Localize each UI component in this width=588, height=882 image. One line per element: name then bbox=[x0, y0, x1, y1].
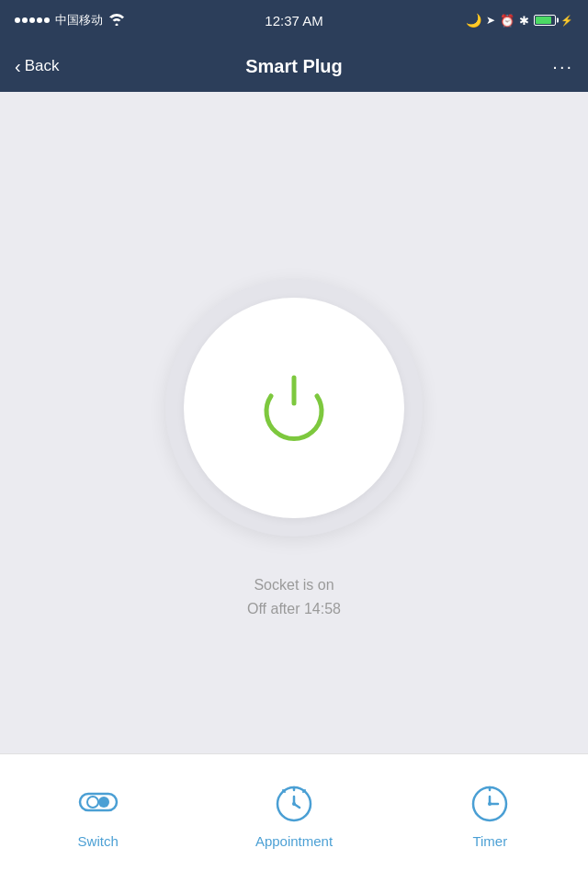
page-title: Smart Plug bbox=[245, 56, 343, 77]
power-button[interactable] bbox=[184, 298, 404, 518]
timer-icon bbox=[466, 778, 514, 826]
wifi-icon bbox=[108, 13, 125, 28]
timer-label: Timer bbox=[472, 833, 507, 849]
bottom-nav: Switch Appointment bbox=[0, 753, 588, 882]
nav-item-appointment[interactable]: Appointment bbox=[196, 778, 391, 849]
svg-point-15 bbox=[488, 802, 492, 806]
status-bar-right: 🌙 ➤ ⏰ ✱ ⚡ bbox=[466, 13, 573, 28]
nav-item-timer[interactable]: Timer bbox=[392, 778, 588, 849]
status-bar: 中国移动 12:37 AM 🌙 ➤ ⏰ ✱ ⚡ bbox=[0, 0, 588, 40]
appointment-icon bbox=[270, 778, 318, 826]
moon-icon: 🌙 bbox=[466, 13, 481, 28]
svg-point-3 bbox=[98, 797, 109, 808]
status-bar-left: 中国移动 bbox=[15, 12, 125, 28]
socket-status-line2: Off after 14:58 bbox=[247, 597, 341, 621]
main-content: Socket is on Off after 14:58 Switch bbox=[0, 92, 588, 882]
svg-line-6 bbox=[283, 790, 285, 792]
switch-icon bbox=[74, 778, 122, 826]
socket-status-line1: Socket is on bbox=[247, 573, 341, 597]
svg-point-2 bbox=[87, 797, 98, 808]
alarm-icon: ⏰ bbox=[500, 14, 514, 28]
status-text: Socket is on Off after 14:58 bbox=[247, 573, 341, 620]
more-button[interactable]: ··· bbox=[552, 56, 573, 77]
switch-label: Switch bbox=[78, 833, 119, 849]
battery-icon bbox=[534, 15, 556, 26]
back-chevron-icon: ‹ bbox=[15, 57, 21, 75]
signal-icon bbox=[15, 17, 50, 23]
bluetooth-icon: ✱ bbox=[519, 14, 529, 28]
navigation-icon: ➤ bbox=[486, 14, 495, 27]
power-ring-outer bbox=[165, 279, 423, 537]
nav-bar: ‹ Back Smart Plug ··· bbox=[0, 40, 588, 92]
carrier-label: 中国移动 bbox=[55, 12, 103, 28]
back-label: Back bbox=[25, 57, 60, 75]
power-icon bbox=[243, 357, 345, 458]
svg-line-7 bbox=[303, 790, 305, 792]
status-bar-time: 12:37 AM bbox=[265, 13, 322, 28]
power-button-area: Socket is on Off after 14:58 bbox=[165, 92, 423, 753]
charging-icon: ⚡ bbox=[560, 15, 573, 27]
nav-item-switch[interactable]: Switch bbox=[0, 778, 196, 849]
svg-point-10 bbox=[292, 802, 296, 806]
appointment-label: Appointment bbox=[255, 833, 333, 849]
back-button[interactable]: ‹ Back bbox=[15, 57, 59, 75]
